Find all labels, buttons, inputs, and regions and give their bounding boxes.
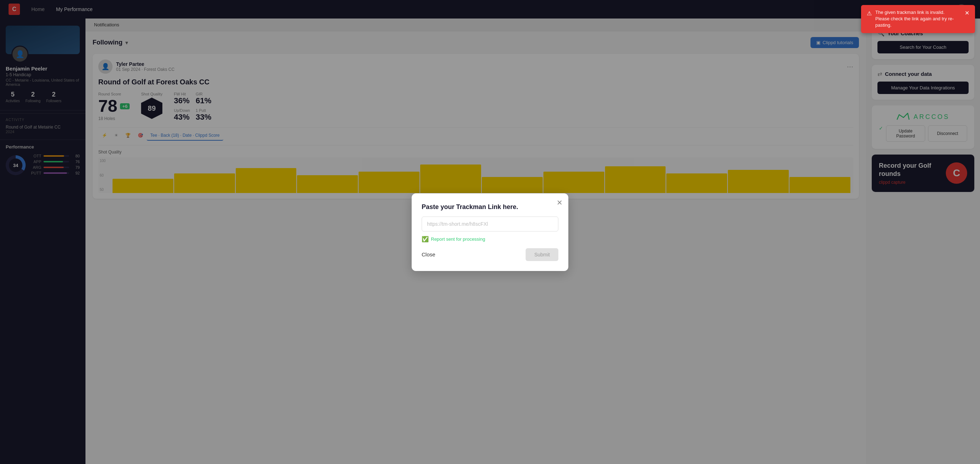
modal-overlay: Paste your Trackman Link here. ✕ ✅ Repor… [0, 0, 980, 464]
checkmark-icon: ✅ [422, 236, 429, 243]
success-message: ✅ Report sent for processing [422, 236, 558, 243]
modal-close-button[interactable]: Close [422, 251, 435, 257]
trackman-modal: Paste your Trackman Link here. ✕ ✅ Repor… [412, 193, 568, 271]
warning-icon: ⚠ [867, 10, 872, 17]
trackman-link-input[interactable] [422, 216, 558, 232]
toast-message: The given trackman link is invalid. Plea… [875, 9, 957, 29]
modal-close-icon[interactable]: ✕ [557, 199, 563, 206]
toast-close-button[interactable]: ✕ [965, 9, 969, 17]
error-toast: ⚠ The given trackman link is invalid. Pl… [861, 5, 975, 33]
modal-title: Paste your Trackman Link here. [422, 203, 558, 211]
modal-actions: Close Submit [422, 248, 558, 261]
modal-submit-button[interactable]: Submit [526, 248, 558, 261]
